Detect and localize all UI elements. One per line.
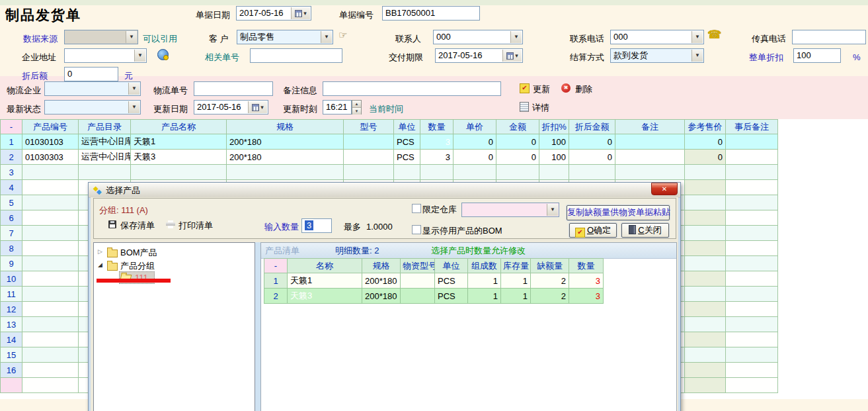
chevron-down-icon[interactable] <box>128 83 139 95</box>
cell[interactable] <box>344 134 394 150</box>
cell[interactable] <box>685 363 726 378</box>
cell[interactable] <box>685 256 726 271</box>
cell[interactable]: PCS <box>394 150 420 165</box>
column-header[interactable]: 数量 <box>420 120 454 134</box>
cell[interactable]: 0 <box>569 134 615 150</box>
cell[interactable] <box>22 302 79 317</box>
chevron-down-icon[interactable] <box>547 204 558 216</box>
cell[interactable] <box>685 271 726 287</box>
cell[interactable] <box>394 165 420 180</box>
cell[interactable] <box>726 150 778 165</box>
cell[interactable]: 1 <box>1 134 22 150</box>
doc-no-input[interactable]: BB17050001 <box>382 6 480 21</box>
cell[interactable]: 15 <box>1 347 22 363</box>
globe-icon[interactable] <box>157 49 169 60</box>
cell[interactable]: 200*180 <box>227 134 344 150</box>
cell[interactable]: 3 <box>420 150 454 165</box>
cell[interactable]: 7 <box>1 226 22 241</box>
cell[interactable] <box>22 241 79 256</box>
cell[interactable]: 2 <box>531 273 569 289</box>
cell[interactable] <box>685 210 726 226</box>
cell[interactable] <box>726 271 778 287</box>
related-no-input[interactable] <box>250 48 342 63</box>
tree-item-product-groups[interactable]: 产品分组 <box>98 260 230 271</box>
chevron-down-icon[interactable] <box>691 50 703 62</box>
cell[interactable] <box>22 332 79 347</box>
cell[interactable] <box>726 134 778 150</box>
warehouse-combo[interactable] <box>461 203 559 217</box>
doc-date-field[interactable]: 2017-05-16 <box>236 6 311 21</box>
cell[interactable]: PCS <box>394 134 420 150</box>
status-combo[interactable] <box>44 100 141 114</box>
dialog-titlebar[interactable]: 选择产品 <box>89 183 680 198</box>
cell[interactable] <box>22 317 79 332</box>
cell[interactable] <box>420 165 454 180</box>
update-button[interactable]: 更新 <box>520 83 559 95</box>
current-time-link[interactable]: 当前时间 <box>369 104 403 114</box>
cell[interactable]: 2 <box>1 150 22 165</box>
column-header[interactable]: 折后金额 <box>569 120 615 134</box>
address-combo[interactable] <box>64 48 147 63</box>
cell[interactable] <box>685 287 726 302</box>
column-header[interactable]: 规格 <box>362 259 401 273</box>
logistics-company-combo[interactable] <box>44 81 141 96</box>
cell[interactable] <box>22 287 79 302</box>
cell[interactable] <box>22 347 79 363</box>
cell[interactable]: 9 <box>1 256 22 271</box>
column-header[interactable]: 物资型号 <box>401 259 435 273</box>
column-header[interactable]: 参考售价 <box>685 120 726 134</box>
cell[interactable] <box>22 165 79 180</box>
cell[interactable]: 0 <box>685 150 726 165</box>
product-list-table[interactable]: -名称规格物资型号单位组成数库存量缺额量数量1天籁1200*180PCS1123… <box>264 258 604 304</box>
telephone-icon[interactable] <box>707 28 721 42</box>
cell[interactable]: 0 <box>454 150 496 165</box>
cell[interactable] <box>539 165 569 180</box>
column-header[interactable]: 产品名称 <box>131 120 227 134</box>
cell[interactable]: PCS <box>435 273 468 289</box>
cell[interactable] <box>685 347 726 363</box>
cell[interactable]: 1 <box>468 289 501 304</box>
cell[interactable] <box>685 332 726 347</box>
cell[interactable] <box>496 165 539 180</box>
ok-button[interactable]: O确定 <box>569 223 617 238</box>
cell[interactable]: 3 <box>420 134 454 150</box>
cell[interactable]: 3 <box>569 273 604 289</box>
phone-combo[interactable]: 000 <box>610 30 704 44</box>
cell[interactable] <box>615 165 685 180</box>
customer-combo[interactable]: 制品零售 <box>237 30 333 44</box>
calendar-icon[interactable] <box>248 101 267 113</box>
after-discount-input[interactable]: 0 <box>64 67 118 81</box>
cell[interactable] <box>22 195 79 210</box>
deliver-date-field[interactable]: 2017-05-16 <box>435 48 523 63</box>
column-header[interactable]: 单价 <box>454 120 496 134</box>
show-disabled-bom-checkbox[interactable] <box>412 225 421 234</box>
cell[interactable]: 12 <box>1 302 22 317</box>
cell[interactable]: 100 <box>539 134 569 150</box>
cell[interactable] <box>726 165 778 180</box>
cell[interactable] <box>401 289 435 304</box>
cell[interactable] <box>615 134 685 150</box>
cell[interactable] <box>685 317 726 332</box>
cell[interactable] <box>131 165 227 180</box>
cell[interactable] <box>726 195 778 210</box>
column-header[interactable]: 缺额量 <box>531 259 569 273</box>
cell[interactable]: 200*180 <box>362 289 401 304</box>
cell[interactable]: 6 <box>1 210 22 226</box>
cell[interactable] <box>1 378 22 393</box>
cell[interactable]: PCS <box>435 289 468 304</box>
cell[interactable]: 0 <box>685 134 726 150</box>
update-time-input[interactable]: 16:21 <box>323 100 352 114</box>
calendar-icon[interactable] <box>291 7 310 19</box>
cell[interactable]: 0 <box>496 134 539 150</box>
cell[interactable] <box>726 332 778 347</box>
fax-input[interactable] <box>792 30 866 44</box>
discount-input[interactable]: 100 <box>793 48 841 63</box>
chevron-down-icon[interactable] <box>128 101 139 113</box>
cell[interactable] <box>726 378 778 393</box>
limit-warehouse-checkbox[interactable] <box>412 204 421 213</box>
input-qty-field[interactable]: 3 <box>301 218 332 233</box>
remark-input[interactable] <box>323 81 501 96</box>
cell[interactable]: 天籁3 <box>288 289 362 304</box>
cell[interactable]: 200*180 <box>227 150 344 165</box>
chevron-down-icon[interactable] <box>321 31 332 43</box>
